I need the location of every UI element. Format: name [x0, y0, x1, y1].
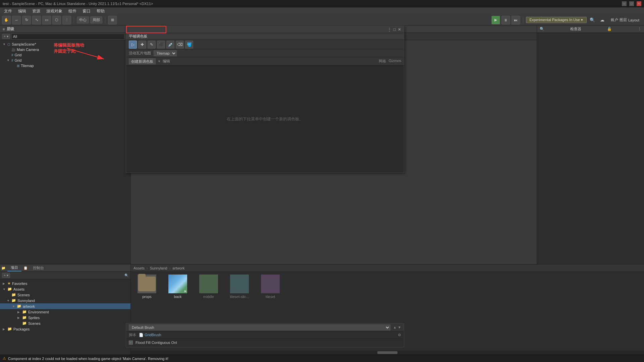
exp-packages-button[interactable]: Experimental Packages In Use ▾: [526, 17, 587, 23]
custom-tool-button[interactable]: ⋮: [62, 16, 71, 24]
breadcrumb-artwork[interactable]: artwork: [172, 266, 184, 270]
minimize-button[interactable]: ─: [622, 1, 627, 6]
gridbrush-link[interactable]: 📄 GridBrush: [139, 333, 161, 337]
menu-help[interactable]: 帮助: [94, 8, 107, 15]
brush-scroll-down-icon[interactable]: ▼: [398, 325, 401, 329]
sunnyland-folder-icon: 📁: [11, 298, 16, 303]
rotate-tool-button[interactable]: ↻: [22, 16, 31, 24]
menu-gameobject[interactable]: 游戏对象: [44, 8, 65, 15]
play-button[interactable]: ▶: [491, 16, 500, 24]
account-label[interactable]: 账户: [611, 17, 618, 22]
create-dropdown-icon[interactable]: ▾: [158, 59, 160, 63]
script-settings-icon[interactable]: ⚙: [398, 333, 401, 337]
project-search-icon[interactable]: 🔍: [124, 274, 128, 277]
sprites-item[interactable]: ▶ 📁 Sprites: [0, 315, 130, 320]
user-area: 账户 图层 Layout: [608, 17, 642, 22]
menu-window[interactable]: 窗口: [80, 8, 93, 15]
fill-tool[interactable]: 🪣: [185, 41, 193, 49]
pause-button[interactable]: ⏸: [501, 16, 510, 24]
breadcrumb-sunnyland[interactable]: Sunnyland: [150, 266, 167, 270]
hierarchy-search-input[interactable]: [11, 34, 124, 40]
erase-tool[interactable]: ⌫: [176, 41, 184, 49]
asset-item-back[interactable]: back: [164, 275, 191, 299]
active-tilemap-select[interactable]: Tilemap: [154, 50, 177, 56]
overlay-menu-icon[interactable]: ⋮: [387, 27, 391, 32]
tilemap-palette-panel: ⋮ □ ✕ 平铺调色板 ▷ ✚ ✎ ⬛ 💉 ⌫ 🪣 活动瓦片地图 Tilemap: [126, 25, 404, 173]
assets-scrollbar[interactable]: [131, 351, 644, 355]
scenes-item[interactable]: 📁 Scenes: [0, 292, 130, 298]
pick-tool[interactable]: 💉: [166, 41, 174, 49]
tileset-slic-label: tileset-slic...: [230, 295, 249, 299]
search-button[interactable]: 🔍: [588, 16, 597, 24]
environment-item[interactable]: ▶ 📁 Environment: [0, 309, 130, 315]
assets-scroll-thumb[interactable]: [377, 351, 397, 354]
scene-item[interactable]: ▼ ⬡ SampleScene*: [0, 42, 130, 47]
layout-label[interactable]: Layout: [628, 18, 639, 22]
toolbar-separator-1: [74, 17, 74, 23]
breadcrumb-sep-2: ›: [169, 266, 171, 270]
space-toggle[interactable]: 局部: [90, 16, 102, 23]
project-tabs-bar: 📁 项目 📋 控制台: [0, 264, 130, 272]
transform-tool-button[interactable]: ⬡: [52, 16, 61, 24]
grid-snap-button[interactable]: ⊞: [108, 16, 117, 24]
asset-item-props[interactable]: props: [133, 275, 160, 299]
project-tree: ▶ ★ Favorites ▼ 📁 Assets 📁 Scenes ▼ 📁: [0, 279, 130, 355]
menu-assets[interactable]: 资源: [30, 8, 43, 15]
scale-tool-button[interactable]: ⤡: [32, 16, 41, 24]
artwork-item[interactable]: ▼ 📁 artwork: [0, 303, 130, 309]
asset-item-tileset[interactable]: tileset: [257, 275, 284, 299]
menu-edit[interactable]: 编辑: [15, 8, 29, 15]
box-tool[interactable]: ⬛: [157, 41, 165, 49]
paint-tool[interactable]: ✎: [148, 41, 156, 49]
packages-item[interactable]: ▶ 📁 Packages: [0, 326, 130, 332]
props-label: props: [142, 295, 152, 299]
grid-icon-2: #: [11, 59, 13, 62]
brush-scroll-up-icon[interactable]: ▲: [393, 325, 396, 329]
inspector-lock-icon[interactable]: 🔓: [607, 27, 612, 31]
add-hierarchy-button[interactable]: + ▾: [2, 34, 10, 39]
add-asset-button[interactable]: + ▾: [2, 273, 10, 278]
maximize-button[interactable]: □: [629, 1, 634, 6]
favorites-label: Favorites: [12, 282, 27, 286]
layers-label[interactable]: 图层: [620, 17, 627, 22]
window-controls[interactable]: ─ □ ✕: [622, 1, 641, 6]
edit-palette-button[interactable]: 编辑: [163, 59, 170, 64]
env-expand-icon: ▶: [17, 310, 21, 314]
move-tool[interactable]: ✚: [138, 41, 146, 49]
tab-project[interactable]: 项目: [7, 264, 21, 272]
overlay-maximize-button[interactable]: □: [393, 27, 396, 32]
select-tool[interactable]: ▷: [129, 41, 137, 49]
flood-fill-label: Flood Fill Contiguous Onl: [136, 341, 177, 345]
step-button[interactable]: ⏭: [512, 16, 520, 24]
menu-component[interactable]: 组件: [66, 8, 79, 15]
assets-item[interactable]: ▼ 📁 Assets: [0, 286, 130, 292]
asset-item-tileset-slic[interactable]: tileset-slic...: [226, 275, 253, 299]
asset-item-middle[interactable]: middle: [195, 275, 222, 299]
overlay-close-button[interactable]: ✕: [398, 27, 401, 32]
packages-folder-icon: 📁: [7, 327, 12, 331]
inspector-menu-button[interactable]: ⋮: [638, 27, 641, 31]
grid-item-1[interactable]: # Grid: [0, 52, 130, 58]
brush-right-controls: ▲ ▼: [393, 325, 401, 329]
hand-tool-button[interactable]: ✋: [2, 16, 11, 24]
camera-item[interactable]: 🎥 Main Camera: [0, 47, 130, 52]
breadcrumb-assets[interactable]: Assets: [133, 266, 145, 270]
close-button[interactable]: ✕: [637, 1, 641, 6]
favorites-item[interactable]: ▶ ★ Favorites: [0, 281, 130, 286]
sunnyland-item[interactable]: ▼ 📁 Sunnyland: [0, 298, 130, 303]
flood-fill-checkbox[interactable]: ✓: [129, 341, 133, 345]
grid-item-2[interactable]: ▼ # Grid: [0, 58, 130, 63]
brush-select[interactable]: Default Brush: [129, 324, 390, 330]
cloud-button[interactable]: ☁: [598, 16, 607, 24]
move-tool-button[interactable]: ↔: [12, 16, 21, 24]
scenes2-item[interactable]: 📁 Scenes: [0, 320, 130, 326]
menu-file[interactable]: 文件: [1, 8, 15, 15]
pivot-toggle[interactable]: 中心: [77, 16, 89, 23]
tab-console[interactable]: 控制台: [30, 265, 47, 271]
grid-label: 网格: [379, 59, 386, 64]
create-palette-button[interactable]: 创建新调色板: [129, 58, 156, 64]
sprites-expand-icon: ▶: [17, 316, 21, 319]
rect-tool-button[interactable]: ▭: [42, 16, 51, 24]
toolbar-right: ▶ ⏸ ⏭ Experimental Packages In Use ▾ 🔍 ☁…: [491, 16, 642, 24]
tilemap-item[interactable]: ⊞ Tilemap: [0, 63, 130, 68]
